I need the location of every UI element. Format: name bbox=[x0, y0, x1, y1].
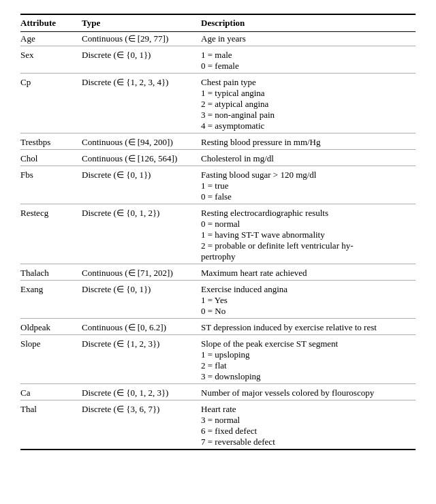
table-row: SlopeDiscrete (∈ {1, 2, 3})Slope of the … bbox=[20, 335, 416, 384]
desc-line: Age in years bbox=[201, 33, 410, 44]
attr-cell: Ca bbox=[20, 384, 82, 400]
desc-cell: Fasting blood sugar > 120 mg/dl1 = true0… bbox=[201, 166, 416, 204]
attr-cell: Cp bbox=[20, 74, 82, 133]
type-cell: Discrete (∈ {3, 6, 7}) bbox=[82, 400, 201, 450]
table-row: OldpeakContinuous (∈ [0, 6.2])ST depress… bbox=[20, 319, 416, 335]
desc-cell: Age in years bbox=[201, 32, 416, 46]
desc-cell: Cholesterol in mg/dl bbox=[201, 150, 416, 166]
desc-line: Cholesterol in mg/dl bbox=[201, 153, 410, 164]
table-row: ThalDiscrete (∈ {3, 6, 7})Heart rate3 = … bbox=[20, 400, 416, 450]
desc-line: 6 = fixed defect bbox=[201, 426, 410, 437]
type-cell: Discrete (∈ {0, 1, 2}) bbox=[82, 204, 201, 264]
desc-cell: Maximum heart rate achieved bbox=[201, 264, 416, 281]
desc-line: Number of major vessels colored by flour… bbox=[201, 388, 410, 398]
desc-line: pertrophy bbox=[201, 251, 410, 262]
desc-cell: Resting blood pressure in mm/Hg bbox=[201, 133, 416, 150]
header-description: Description bbox=[201, 14, 416, 32]
desc-line: Maximum heart rate achieved bbox=[201, 268, 410, 279]
desc-line: 1 = having ST-T wave abnormality bbox=[201, 230, 410, 240]
desc-line: 1 = Yes bbox=[201, 295, 410, 306]
attr-cell: Trestbps bbox=[20, 133, 82, 150]
desc-line: 1 = male bbox=[201, 50, 410, 61]
type-cell: Continuous (∈ [0, 6.2]) bbox=[82, 319, 201, 335]
desc-cell: Exercise induced angina1 = Yes0 = No bbox=[201, 281, 416, 319]
desc-line: 2 = probable or definite left ventricula… bbox=[201, 240, 410, 251]
attr-cell: Sex bbox=[20, 46, 82, 74]
desc-cell: Resting electrocardiographic results0 = … bbox=[201, 204, 416, 264]
type-cell: Continuous (∈ [71, 202]) bbox=[82, 264, 201, 281]
type-cell: Discrete (∈ {1, 2, 3, 4}) bbox=[82, 74, 201, 133]
desc-line: 1 = upsloping bbox=[201, 349, 410, 360]
table-row: RestecgDiscrete (∈ {0, 1, 2})Resting ele… bbox=[20, 204, 416, 264]
type-cell: Discrete (∈ {0, 1}) bbox=[82, 46, 201, 74]
desc-line: 0 = false bbox=[201, 191, 410, 202]
desc-line: 4 = asymptomatic bbox=[201, 121, 410, 131]
header-attribute: Attribute bbox=[20, 14, 82, 32]
desc-line: Heart rate bbox=[201, 404, 410, 415]
attr-cell: Chol bbox=[20, 150, 82, 166]
attr-cell: Restecg bbox=[20, 204, 82, 264]
desc-cell: Number of major vessels colored by flour… bbox=[201, 384, 416, 400]
desc-line: Resting electrocardiographic results bbox=[201, 208, 410, 219]
desc-line: ST depression induced by exercise relati… bbox=[201, 322, 410, 333]
type-cell: Discrete (∈ {0, 1, 2, 3}) bbox=[82, 384, 201, 400]
attr-cell: Exang bbox=[20, 281, 82, 319]
table-row: CaDiscrete (∈ {0, 1, 2, 3})Number of maj… bbox=[20, 384, 416, 400]
desc-line: 2 = atypical angina bbox=[201, 99, 410, 110]
desc-line: 0 = female bbox=[201, 61, 410, 72]
desc-line: 3 = downsloping bbox=[201, 371, 410, 382]
table-row: AgeContinuous (∈ [29, 77])Age in years bbox=[20, 32, 416, 46]
type-cell: Continuous (∈ [29, 77]) bbox=[82, 32, 201, 46]
attributes-table: Attribute Type Description AgeContinuous… bbox=[20, 14, 416, 450]
desc-cell: 1 = male0 = female bbox=[201, 46, 416, 74]
table-row: CpDiscrete (∈ {1, 2, 3, 4})Chest pain ty… bbox=[20, 74, 416, 133]
desc-line: 0 = normal bbox=[201, 219, 410, 230]
desc-line: Resting blood pressure in mm/Hg bbox=[201, 137, 410, 148]
table-row: FbsDiscrete (∈ {0, 1})Fasting blood suga… bbox=[20, 166, 416, 204]
attr-cell: Slope bbox=[20, 335, 82, 384]
attr-cell: Oldpeak bbox=[20, 319, 82, 335]
type-cell: Discrete (∈ {1, 2, 3}) bbox=[82, 335, 201, 384]
table-header-row: Attribute Type Description bbox=[20, 14, 416, 32]
desc-cell: ST depression induced by exercise relati… bbox=[201, 319, 416, 335]
desc-line: Slope of the peak exercise ST segment bbox=[201, 338, 410, 349]
desc-line: 1 = true bbox=[201, 180, 410, 191]
type-cell: Continuous (∈ [94, 200]) bbox=[82, 133, 201, 150]
type-cell: Continuous (∈ [126, 564]) bbox=[82, 150, 201, 166]
desc-cell: Chest pain type1 = typical angina2 = aty… bbox=[201, 74, 416, 133]
table-row: TrestbpsContinuous (∈ [94, 200])Resting … bbox=[20, 133, 416, 150]
desc-line: Exercise induced angina bbox=[201, 284, 410, 295]
desc-line: 0 = No bbox=[201, 306, 410, 317]
attr-cell: Thal bbox=[20, 400, 82, 450]
type-cell: Discrete (∈ {0, 1}) bbox=[82, 281, 201, 319]
desc-cell: Slope of the peak exercise ST segment1 =… bbox=[201, 335, 416, 384]
type-cell: Discrete (∈ {0, 1}) bbox=[82, 166, 201, 204]
table-row: ExangDiscrete (∈ {0, 1})Exercise induced… bbox=[20, 281, 416, 319]
desc-line: 3 = non-anginal pain bbox=[201, 110, 410, 121]
desc-line: 2 = flat bbox=[201, 360, 410, 371]
attr-cell: Age bbox=[20, 32, 82, 46]
desc-line: Fasting blood sugar > 120 mg/dl bbox=[201, 170, 410, 180]
attr-cell: Thalach bbox=[20, 264, 82, 281]
table-row: CholContinuous (∈ [126, 564])Cholesterol… bbox=[20, 150, 416, 166]
desc-line: 1 = typical angina bbox=[201, 88, 410, 99]
desc-line: 3 = normal bbox=[201, 415, 410, 426]
attr-cell: Fbs bbox=[20, 166, 82, 204]
table-row: ThalachContinuous (∈ [71, 202])Maximum h… bbox=[20, 264, 416, 281]
desc-line: Chest pain type bbox=[201, 77, 410, 88]
desc-line: 7 = reversable defect bbox=[201, 437, 410, 447]
header-type: Type bbox=[82, 14, 201, 32]
desc-cell: Heart rate3 = normal6 = fixed defect7 = … bbox=[201, 400, 416, 450]
table-row: SexDiscrete (∈ {0, 1})1 = male0 = female bbox=[20, 46, 416, 74]
